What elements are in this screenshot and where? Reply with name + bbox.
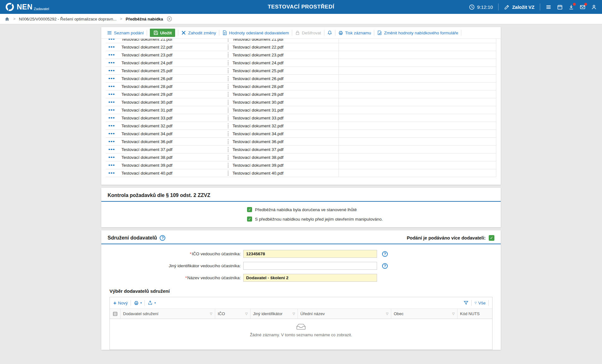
document-row: Testovací dokument 36.pdf Testovací doku… bbox=[106, 138, 496, 146]
column-splitter[interactable] bbox=[226, 169, 231, 177]
divider bbox=[374, 30, 374, 36]
open-record-icon[interactable] bbox=[108, 116, 115, 120]
more-suppliers-checkbox[interactable]: ✓ bbox=[489, 235, 494, 241]
document-name-supplier: Testovací dokument 37.pdf bbox=[231, 147, 339, 152]
open-record-icon[interactable] bbox=[108, 53, 115, 57]
help-icon[interactable]: ? bbox=[382, 251, 388, 257]
open-record-icon[interactable] bbox=[108, 93, 115, 96]
column-filter-icon[interactable]: ▽ bbox=[245, 312, 248, 315]
grid-empty-body: Žádné záznamy. V tomto seznamu nemáme co… bbox=[110, 319, 492, 350]
change-form-values-button[interactable]: Změnit hodnoty nabídkového formuláře bbox=[377, 30, 458, 35]
open-record-icon[interactable] bbox=[108, 101, 115, 104]
open-record-icon[interactable] bbox=[108, 61, 115, 65]
document-name-supplier: Testovací dokument 30.pdf bbox=[231, 100, 339, 105]
column-splitter[interactable] bbox=[226, 83, 231, 90]
brand-name: NEN bbox=[17, 0, 32, 14]
home-button[interactable] bbox=[4, 16, 10, 22]
grid-settings-cell[interactable] bbox=[110, 309, 121, 319]
open-record-icon[interactable] bbox=[108, 39, 115, 41]
help-icon[interactable]: ? bbox=[160, 235, 165, 241]
create-vz-button[interactable]: Založit VZ bbox=[504, 4, 534, 10]
calendar-button[interactable] bbox=[557, 4, 563, 10]
open-record-icon[interactable] bbox=[108, 171, 115, 175]
empty-cell bbox=[339, 83, 496, 90]
open-record-icon[interactable] bbox=[108, 45, 115, 49]
column-splitter[interactable] bbox=[226, 138, 231, 145]
grid-column-header[interactable]: Kód NUTS bbox=[457, 309, 492, 319]
discard-changes-button[interactable]: Zahodit změny bbox=[181, 30, 216, 35]
open-record-icon[interactable] bbox=[108, 85, 115, 88]
print-record-button[interactable]: Tisk záznamu bbox=[338, 30, 371, 35]
show-all-filter-button[interactable]: ▽ Vše bbox=[475, 301, 486, 305]
column-splitter[interactable] bbox=[226, 43, 231, 51]
grid-filter-button[interactable] bbox=[463, 300, 469, 305]
open-record-icon[interactable] bbox=[108, 164, 115, 167]
document-name-supplier: Testovací dokument 34.pdf bbox=[231, 131, 339, 136]
open-record-icon[interactable] bbox=[108, 108, 115, 112]
save-button[interactable]: Uložit bbox=[150, 29, 175, 37]
document-row: Testovací dokument 24.pdf Testovací doku… bbox=[106, 59, 496, 67]
document-name-supplier: Testovací dokument 32.pdf bbox=[231, 124, 339, 128]
supplier-values-button[interactable]: Hodnoty odeslané dodavatelem bbox=[222, 30, 289, 35]
column-splitter[interactable] bbox=[226, 106, 231, 114]
top-header: NEN Zadavatel TESTOVACÍ PROSTŘEDÍ 9:12:1… bbox=[0, 0, 602, 14]
close-record-button[interactable] bbox=[167, 16, 172, 22]
column-filter-icon[interactable]: ▽ bbox=[452, 312, 455, 315]
column-splitter[interactable] bbox=[226, 59, 231, 66]
downloads-button[interactable] bbox=[568, 4, 574, 10]
column-filter-icon[interactable]: ▽ bbox=[386, 312, 388, 315]
column-splitter[interactable] bbox=[226, 130, 231, 137]
column-splitter[interactable] bbox=[226, 39, 231, 43]
empty-cell bbox=[339, 161, 496, 169]
open-record-icon[interactable] bbox=[108, 156, 115, 159]
new-supplier-button[interactable]: + Nový bbox=[113, 300, 128, 306]
breadcrumb-separator-icon: > bbox=[13, 17, 15, 21]
grid-print-button[interactable]: ▾ bbox=[134, 300, 142, 305]
messages-button[interactable] bbox=[580, 4, 586, 10]
column-splitter[interactable] bbox=[226, 67, 231, 74]
column-filter-icon[interactable]: ▽ bbox=[292, 312, 295, 315]
decrypt-button[interactable]: Dešifrovat bbox=[295, 30, 321, 35]
chevron-down-icon: ▾ bbox=[140, 301, 142, 304]
column-splitter[interactable] bbox=[226, 114, 231, 122]
notifications-button[interactable] bbox=[327, 30, 332, 35]
nazev-input[interactable] bbox=[243, 274, 377, 282]
grid-export-button[interactable]: ▾ bbox=[148, 300, 156, 305]
column-splitter[interactable] bbox=[226, 153, 231, 161]
column-splitter[interactable] bbox=[226, 161, 231, 169]
ico-input[interactable] bbox=[243, 250, 377, 258]
funnel-icon bbox=[463, 300, 469, 305]
column-splitter[interactable] bbox=[226, 90, 231, 98]
column-splitter[interactable] bbox=[226, 98, 231, 106]
column-filter-icon[interactable]: ▽ bbox=[210, 312, 212, 315]
open-record-icon[interactable] bbox=[108, 140, 115, 143]
grid-column-header[interactable]: Obec ▽ bbox=[391, 309, 457, 319]
open-record-icon[interactable] bbox=[108, 148, 115, 151]
menu-button[interactable] bbox=[546, 4, 552, 10]
grid-column-header[interactable]: Jiný identifikátor ▽ bbox=[251, 309, 298, 319]
app-brand[interactable]: NEN Zadavatel bbox=[5, 0, 49, 14]
column-splitter[interactable] bbox=[226, 75, 231, 82]
open-record-icon[interactable] bbox=[108, 132, 115, 136]
grid-column-header[interactable]: IČO ▽ bbox=[215, 309, 251, 319]
column-splitter[interactable] bbox=[226, 122, 231, 130]
notification-badge bbox=[573, 3, 576, 6]
user-profile-button[interactable] bbox=[591, 4, 597, 10]
column-splitter[interactable] bbox=[226, 51, 231, 59]
seznam-podani-button[interactable]: Seznam podání bbox=[107, 30, 144, 35]
document-name-supplier: Testovací dokument 21.pdf bbox=[231, 39, 339, 42]
filter-triangle-icon: ▽ bbox=[475, 301, 477, 304]
open-record-icon[interactable] bbox=[108, 69, 115, 72]
breadcrumb-procurement-link[interactable]: N006/25/V00005292 - Řešení optimalizace … bbox=[19, 17, 116, 21]
grid-column-header[interactable]: Dodavatel sdružení ▽ bbox=[121, 309, 215, 319]
vyber-title: Výběr dodavatelů sdružení bbox=[101, 288, 501, 294]
open-record-icon[interactable] bbox=[108, 77, 115, 80]
form-row-jiny-identifikator: Jiný identifikátor vedoucího účastníka: … bbox=[101, 262, 501, 270]
close-circle-icon bbox=[167, 16, 172, 22]
open-record-icon[interactable] bbox=[108, 124, 115, 128]
grid-column-header[interactable]: Úřední název ▽ bbox=[298, 309, 391, 319]
document-name-supplier: Testovací dokument 24.pdf bbox=[231, 61, 339, 65]
column-splitter[interactable] bbox=[226, 146, 231, 153]
jiny-identifikator-input[interactable] bbox=[243, 262, 377, 270]
help-icon[interactable]: ? bbox=[382, 263, 388, 269]
